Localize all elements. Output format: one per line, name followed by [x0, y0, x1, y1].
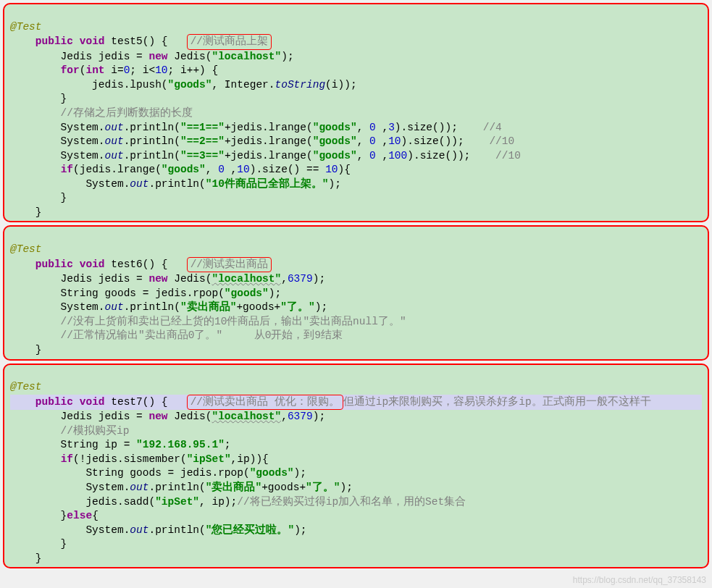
field-out: out — [105, 301, 124, 313]
comment: //正常情况输出"卖出商品0了。" 从0开始，到9结束 — [10, 329, 343, 341]
code-text: System. — [10, 524, 130, 536]
static-method: toString — [275, 79, 325, 91]
number-literal: 10 — [388, 135, 401, 147]
keyword-for: for — [61, 64, 80, 76]
code-text: , — [357, 150, 369, 161]
code-text: String goods = jedis.rpop( — [10, 467, 250, 479]
code-text: i= — [105, 64, 124, 76]
code-text: ); — [329, 178, 341, 190]
number-literal: 3 — [388, 122, 395, 133]
code-text: , — [376, 122, 388, 133]
code-text: } — [10, 192, 67, 203]
number-literal: 10 — [237, 164, 249, 175]
code-text: System. — [10, 482, 130, 493]
code-text: } — [10, 206, 42, 218]
string-literal: "了。" — [280, 301, 314, 313]
code-text: (jedis.lrange( — [73, 164, 162, 175]
code-text: , — [357, 122, 369, 133]
code-block-test5: @Test public void test5() { //测试商品上架 Jed… — [3, 3, 709, 222]
string-literal: "10件商品已全部上架。" — [206, 178, 329, 190]
code-text: , — [281, 273, 288, 285]
code-text: System. — [10, 150, 105, 161]
caret-line: public void test7() { //测试卖出商品 优化：限购。但通过… — [10, 395, 702, 411]
string-literal: "localhost" — [211, 273, 281, 285]
comment: //存储之后判断数据的长度 — [10, 107, 193, 119]
code-text: ); — [294, 524, 306, 536]
code-text: System. — [10, 135, 105, 147]
code-text: String goods = jedis.rpop( — [10, 287, 225, 299]
code-text: , — [357, 135, 369, 147]
string-literal: "goods" — [250, 467, 294, 479]
code-text: +goods+ — [236, 301, 280, 313]
code-text: System. — [10, 301, 105, 313]
string-literal: "ipSet" — [155, 496, 199, 508]
code-text: +jedis.lrange( — [225, 150, 313, 161]
code-text: Jedis( — [168, 411, 212, 422]
code-text: ); — [315, 301, 327, 313]
code-text: , — [281, 411, 288, 422]
code-text: (!jedis.sismember( — [73, 453, 187, 465]
string-literal: "==2==" — [180, 135, 225, 147]
code-text: ).size()); — [407, 150, 495, 161]
code-text: ); — [340, 482, 353, 493]
code-text: ); — [281, 51, 293, 62]
text: () { — [143, 259, 168, 270]
string-literal: "goods" — [168, 79, 212, 91]
code-text: ; — [225, 439, 231, 450]
code-text: String ip = — [10, 439, 136, 450]
text: () { — [143, 396, 168, 408]
code-text: ; i< — [130, 64, 155, 76]
code-text: .println( — [148, 524, 205, 536]
code-text: } — [10, 538, 67, 550]
code-text: ).size()); — [395, 122, 483, 133]
annotation: @Test — [10, 21, 42, 33]
highlighted-comment: //测试卖出商品 — [187, 257, 272, 273]
method-name: test5 — [105, 35, 143, 47]
number-literal: 6379 — [288, 411, 313, 422]
code-text: ).size() == — [250, 164, 325, 175]
code-text: .println( — [124, 301, 180, 313]
code-text: .println( — [148, 178, 205, 190]
code-text: , — [225, 164, 237, 175]
field-out: out — [130, 178, 148, 190]
code-text: Jedis( — [168, 51, 212, 62]
comment: //10 — [489, 135, 514, 147]
highlighted-comment: //测试商品上架 — [187, 34, 272, 50]
keyword-else: else — [67, 510, 92, 521]
comment-tail: 但通过ip来限制购买，容易误杀好多ip。正式商用一般不这样干 — [343, 396, 651, 408]
number-literal: 6379 — [288, 273, 313, 285]
code-text: Jedis( — [168, 273, 212, 285]
string-literal: "卖出商品" — [206, 482, 261, 493]
code-text: , Integer. — [211, 79, 275, 91]
code-text: (i)); — [325, 79, 357, 91]
annotation: @Test — [10, 243, 42, 255]
code-text: Jedis jedis = — [10, 411, 148, 422]
keyword-if: if — [61, 453, 73, 465]
number-literal: 0 — [369, 150, 376, 161]
code-text: ); — [294, 467, 306, 479]
code-text: Jedis jedis = — [10, 273, 148, 285]
code-text: Jedis jedis = — [10, 51, 148, 62]
highlighted-comment: //测试卖出商品 优化：限购。 — [187, 395, 343, 411]
code-text: ).size()); — [401, 135, 490, 147]
code-text: ); — [313, 411, 325, 422]
code-text: } — [10, 93, 67, 104]
comment: //模拟购买ip — [10, 425, 129, 437]
code-text: ); — [313, 273, 325, 285]
number-literal: 10 — [155, 64, 167, 76]
code-text — [10, 164, 61, 175]
string-literal: "goods" — [313, 122, 357, 133]
field-out: out — [130, 482, 148, 493]
text: () { — [143, 35, 168, 47]
number-literal: 100 — [388, 150, 407, 161]
keyword: public void — [35, 35, 105, 47]
field-out: out — [105, 135, 124, 147]
string-literal: "goods" — [313, 150, 357, 161]
code-text: } — [10, 553, 42, 564]
string-literal: "localhost" — [211, 51, 281, 62]
code-text: ){ — [338, 164, 351, 175]
string-literal: "192.168.95.1" — [136, 439, 225, 450]
code-text: } — [10, 344, 42, 356]
keyword: public void — [35, 396, 105, 408]
string-literal: "卖出商品" — [180, 301, 236, 313]
